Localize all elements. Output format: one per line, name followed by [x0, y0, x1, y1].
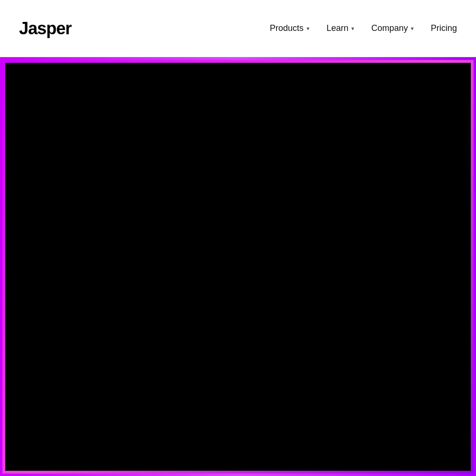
pause-button[interactable]: [12, 448, 29, 466]
chevron-down-icon: ▾: [307, 25, 309, 32]
time-display: 1:00: [37, 452, 60, 462]
video-controls: 1:00: [2, 440, 474, 474]
robot: [21, 255, 155, 436]
nav-company-label: Company: [371, 23, 408, 33]
timeline-dot: [347, 455, 352, 459]
video-scene: [2, 60, 474, 474]
nav-products-label: Products: [270, 23, 304, 33]
pause-icon: [17, 452, 24, 462]
chevron-down-icon: ▾: [411, 25, 414, 32]
video-wrapper: 1:00: [0, 57, 476, 476]
header: Jasper Products ▾ Learn ▾ Company ▾ Pric…: [0, 0, 476, 57]
nav-company[interactable]: Company ▾: [371, 23, 414, 33]
robot-body: [45, 340, 112, 436]
logo[interactable]: Jasper: [19, 19, 71, 39]
progress-thumb[interactable]: [310, 454, 317, 460]
pause-bar-right: [21, 452, 24, 462]
light-fixture: [74, 89, 255, 97]
video-container[interactable]: 1:00: [2, 60, 474, 474]
person-shirt: [140, 250, 474, 431]
held-ball: [293, 212, 326, 246]
robot-eye-left: [63, 317, 72, 326]
robot-stripe: [71, 369, 133, 378]
chevron-down-icon: ▾: [351, 25, 354, 32]
nav-pricing[interactable]: Pricing: [431, 23, 457, 33]
progress-bar[interactable]: [68, 456, 464, 458]
timeline-dot: [404, 455, 408, 459]
nav-learn[interactable]: Learn ▾: [327, 23, 354, 33]
nav-learn-label: Learn: [327, 23, 348, 33]
progress-fill: [68, 456, 314, 458]
nav-pricing-label: Pricing: [431, 23, 457, 33]
pause-bar-left: [17, 452, 20, 462]
main-nav: Products ▾ Learn ▾ Company ▾ Pricing: [270, 23, 457, 33]
robot-eye-right: [79, 317, 87, 326]
nav-products[interactable]: Products ▾: [270, 23, 309, 33]
timeline-dot: [459, 455, 464, 459]
